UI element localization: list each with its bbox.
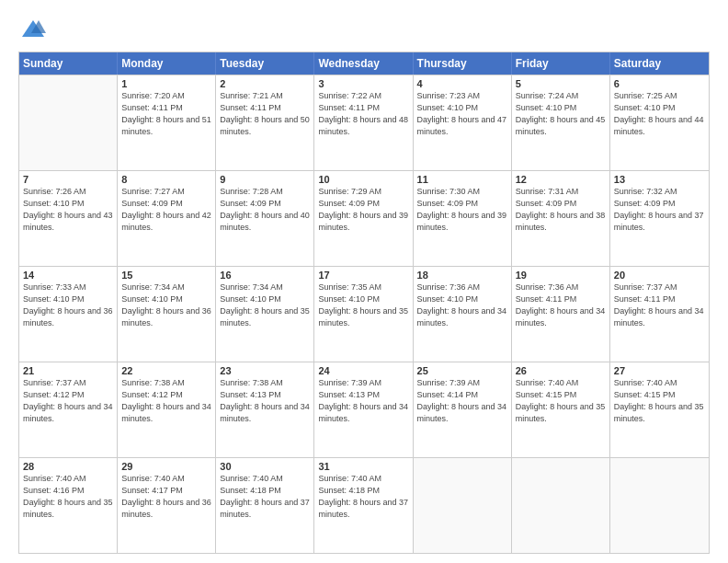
cell-info: Sunrise: 7:40 AMSunset: 4:15 PMDaylight:…	[614, 377, 705, 425]
cal-cell: 8Sunrise: 7:27 AMSunset: 4:09 PMDaylight…	[118, 171, 216, 266]
cal-cell: 17Sunrise: 7:35 AMSunset: 4:10 PMDayligh…	[314, 267, 413, 362]
cal-row: 21Sunrise: 7:37 AMSunset: 4:12 PMDayligh…	[19, 362, 709, 457]
cell-info: Sunrise: 7:36 AMSunset: 4:10 PMDaylight:…	[417, 282, 507, 329]
day-number: 26	[516, 365, 606, 376]
day-number: 13	[614, 174, 705, 185]
day-number: 19	[516, 270, 606, 281]
cal-cell: 16Sunrise: 7:34 AMSunset: 4:10 PMDayligh…	[216, 267, 314, 362]
cell-info: Sunrise: 7:40 AMSunset: 4:18 PMDaylight:…	[220, 473, 310, 521]
cal-row: 14Sunrise: 7:33 AMSunset: 4:10 PMDayligh…	[19, 266, 709, 362]
cal-row: 1Sunrise: 7:20 AMSunset: 4:11 PMDaylight…	[19, 75, 709, 170]
cal-cell: 5Sunrise: 7:24 AMSunset: 4:10 PMDaylight…	[512, 75, 610, 170]
cal-cell	[610, 458, 709, 553]
day-number: 28	[23, 461, 113, 472]
cell-info: Sunrise: 7:27 AMSunset: 4:09 PMDaylight:…	[121, 186, 211, 234]
cal-row: 28Sunrise: 7:40 AMSunset: 4:16 PMDayligh…	[19, 457, 709, 553]
cal-cell: 12Sunrise: 7:31 AMSunset: 4:09 PMDayligh…	[512, 171, 610, 266]
cell-info: Sunrise: 7:40 AMSunset: 4:15 PMDaylight:…	[516, 377, 606, 425]
calendar-body: 1Sunrise: 7:20 AMSunset: 4:11 PMDaylight…	[19, 75, 709, 553]
cal-header-cell: Monday	[118, 52, 216, 75]
cal-cell: 6Sunrise: 7:25 AMSunset: 4:10 PMDaylight…	[610, 75, 709, 170]
day-number: 14	[23, 270, 113, 281]
cal-header-cell: Thursday	[414, 52, 512, 75]
cell-info: Sunrise: 7:32 AMSunset: 4:09 PMDaylight:…	[614, 186, 705, 234]
cell-info: Sunrise: 7:35 AMSunset: 4:10 PMDaylight:…	[318, 282, 408, 329]
day-number: 25	[417, 365, 507, 376]
cal-cell: 10Sunrise: 7:29 AMSunset: 4:09 PMDayligh…	[314, 171, 413, 266]
day-number: 22	[121, 365, 211, 376]
cal-header-cell: Tuesday	[216, 52, 314, 75]
day-number: 9	[220, 174, 310, 185]
cell-info: Sunrise: 7:40 AMSunset: 4:18 PMDaylight:…	[318, 473, 408, 521]
cal-cell: 26Sunrise: 7:40 AMSunset: 4:15 PMDayligh…	[512, 362, 610, 457]
cal-cell: 21Sunrise: 7:37 AMSunset: 4:12 PMDayligh…	[19, 362, 118, 457]
cell-info: Sunrise: 7:29 AMSunset: 4:09 PMDaylight:…	[318, 186, 408, 234]
cal-cell: 20Sunrise: 7:37 AMSunset: 4:11 PMDayligh…	[610, 267, 709, 362]
cell-info: Sunrise: 7:38 AMSunset: 4:12 PMDaylight:…	[121, 377, 211, 425]
cell-info: Sunrise: 7:28 AMSunset: 4:09 PMDaylight:…	[220, 186, 310, 234]
day-number: 20	[614, 270, 705, 281]
cal-cell: 3Sunrise: 7:22 AMSunset: 4:11 PMDaylight…	[314, 75, 413, 170]
cell-info: Sunrise: 7:36 AMSunset: 4:11 PMDaylight:…	[516, 282, 606, 329]
cal-cell: 23Sunrise: 7:38 AMSunset: 4:13 PMDayligh…	[216, 362, 314, 457]
cell-info: Sunrise: 7:22 AMSunset: 4:11 PMDaylight:…	[318, 90, 408, 138]
cell-info: Sunrise: 7:37 AMSunset: 4:12 PMDaylight:…	[23, 377, 113, 425]
cell-info: Sunrise: 7:21 AMSunset: 4:11 PMDaylight:…	[220, 90, 310, 138]
day-number: 5	[516, 78, 606, 89]
cell-info: Sunrise: 7:30 AMSunset: 4:09 PMDaylight:…	[417, 186, 507, 234]
cal-cell: 1Sunrise: 7:20 AMSunset: 4:11 PMDaylight…	[118, 75, 216, 170]
cell-info: Sunrise: 7:24 AMSunset: 4:10 PMDaylight:…	[516, 90, 606, 138]
cell-info: Sunrise: 7:25 AMSunset: 4:10 PMDaylight:…	[614, 90, 705, 138]
day-number: 18	[417, 270, 507, 281]
day-number: 4	[417, 78, 507, 89]
day-number: 1	[121, 78, 211, 89]
cal-cell: 31Sunrise: 7:40 AMSunset: 4:18 PMDayligh…	[314, 458, 413, 553]
cal-cell: 2Sunrise: 7:21 AMSunset: 4:11 PMDaylight…	[216, 75, 314, 170]
day-number: 3	[318, 78, 408, 89]
cell-info: Sunrise: 7:33 AMSunset: 4:10 PMDaylight:…	[23, 282, 113, 329]
cell-info: Sunrise: 7:37 AMSunset: 4:11 PMDaylight:…	[614, 282, 705, 329]
day-number: 29	[121, 461, 211, 472]
day-number: 31	[318, 461, 408, 472]
cal-cell: 24Sunrise: 7:39 AMSunset: 4:13 PMDayligh…	[314, 362, 413, 457]
cal-cell: 11Sunrise: 7:30 AMSunset: 4:09 PMDayligh…	[414, 171, 512, 266]
day-number: 8	[121, 174, 211, 185]
day-number: 15	[121, 270, 211, 281]
cal-cell: 13Sunrise: 7:32 AMSunset: 4:09 PMDayligh…	[610, 171, 709, 266]
logo-icon	[20, 17, 46, 42]
cell-info: Sunrise: 7:38 AMSunset: 4:13 PMDaylight:…	[220, 377, 310, 425]
cell-info: Sunrise: 7:39 AMSunset: 4:14 PMDaylight:…	[417, 377, 507, 425]
day-number: 27	[614, 365, 705, 376]
day-number: 7	[23, 174, 113, 185]
cell-info: Sunrise: 7:31 AMSunset: 4:09 PMDaylight:…	[516, 186, 606, 234]
cell-info: Sunrise: 7:40 AMSunset: 4:16 PMDaylight:…	[23, 473, 113, 521]
calendar-header: SundayMondayTuesdayWednesdayThursdayFrid…	[19, 52, 709, 75]
cal-cell: 29Sunrise: 7:40 AMSunset: 4:17 PMDayligh…	[118, 458, 216, 553]
cal-cell: 7Sunrise: 7:26 AMSunset: 4:10 PMDaylight…	[19, 171, 118, 266]
cal-cell: 22Sunrise: 7:38 AMSunset: 4:12 PMDayligh…	[118, 362, 216, 457]
cal-cell: 25Sunrise: 7:39 AMSunset: 4:14 PMDayligh…	[414, 362, 512, 457]
cal-row: 7Sunrise: 7:26 AMSunset: 4:10 PMDaylight…	[19, 170, 709, 266]
day-number: 16	[220, 270, 310, 281]
cal-cell: 14Sunrise: 7:33 AMSunset: 4:10 PMDayligh…	[19, 267, 118, 362]
calendar: SundayMondayTuesdayWednesdayThursdayFrid…	[18, 52, 710, 554]
cell-info: Sunrise: 7:23 AMSunset: 4:10 PMDaylight:…	[417, 90, 507, 138]
day-number: 21	[23, 365, 113, 376]
cal-header-cell: Wednesday	[314, 52, 413, 75]
cal-cell: 9Sunrise: 7:28 AMSunset: 4:09 PMDaylight…	[216, 171, 314, 266]
day-number: 17	[318, 270, 408, 281]
cal-cell: 30Sunrise: 7:40 AMSunset: 4:18 PMDayligh…	[216, 458, 314, 553]
cal-cell	[19, 75, 118, 170]
cal-cell: 18Sunrise: 7:36 AMSunset: 4:10 PMDayligh…	[414, 267, 512, 362]
cal-cell: 4Sunrise: 7:23 AMSunset: 4:10 PMDaylight…	[414, 75, 512, 170]
day-number: 2	[220, 78, 310, 89]
day-number: 12	[516, 174, 606, 185]
cal-cell: 15Sunrise: 7:34 AMSunset: 4:10 PMDayligh…	[118, 267, 216, 362]
cell-info: Sunrise: 7:40 AMSunset: 4:17 PMDaylight:…	[121, 473, 211, 521]
day-number: 6	[614, 78, 705, 89]
cal-cell	[512, 458, 610, 553]
cell-info: Sunrise: 7:34 AMSunset: 4:10 PMDaylight:…	[220, 282, 310, 329]
cal-cell: 27Sunrise: 7:40 AMSunset: 4:15 PMDayligh…	[610, 362, 709, 457]
page: SundayMondayTuesdayWednesdayThursdayFrid…	[0, 0, 728, 563]
day-number: 11	[417, 174, 507, 185]
